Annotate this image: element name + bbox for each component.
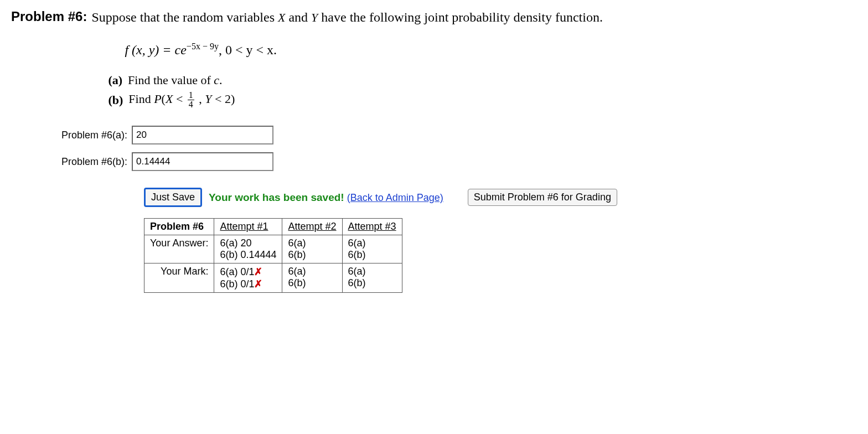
saved-message: Your work has been saved! [209,192,344,203]
answer-attempt-1: 6(a) 20 6(b) 0.14444 [214,235,282,264]
part-b: (b) Find P(X < 14 , Y < 2) [108,91,857,109]
cell-text: 6(b) [348,277,366,288]
part-b-text: , [196,92,205,106]
table-header-problem: Problem #6 [144,219,214,235]
part-b-text: < 2) [212,92,235,106]
back-to-admin-link[interactable]: (Back to Admin Page) [347,192,443,203]
fraction-denominator: 4 [188,100,194,109]
problem-label: Problem #6: [11,9,87,24]
intro-var-y: Y [311,11,318,24]
part-a-text: . [219,73,223,87]
intro-text: Suppose that the random variables [91,10,278,24]
attempt-2-link[interactable]: Attempt #2 [282,219,342,235]
intro-var-x: X [278,11,285,24]
part-b-P: P [154,92,161,106]
part-b-text: Find [128,92,154,106]
part-b-text: < [173,92,185,106]
part-b-Y: Y [205,92,211,106]
answer-attempt-2: 6(a) 6(b) [282,235,342,264]
answer-b-label: Problem #6(b): [50,156,127,168]
part-b-label: (b) [108,93,123,107]
equation-lhs: f (x, y) = ce [125,43,186,57]
part-a-label: (a) [108,73,122,87]
part-b-X: X [166,92,173,106]
your-mark-label: Your Mark: [144,264,214,293]
cell-text: 6(b) [348,249,366,260]
equation-rhs: , 0 < y < x. [219,43,277,57]
answer-attempt-3: 6(a) 6(b) [342,235,402,264]
mark-attempt-1: 6(a) 0/1✗ 6(b) 0/1✗ [214,264,282,293]
wrong-mark-icon: ✗ [254,266,262,277]
attempt-3-link[interactable]: Attempt #3 [342,219,402,235]
just-save-button[interactable]: Just Save [144,188,202,207]
equation: f (x, y) = ce−5x − 9y, 0 < y < x. [125,42,857,58]
cell-text: 6(a) 20 [220,237,251,249]
fraction-numerator: 1 [188,91,194,100]
submit-for-grading-button[interactable]: Submit Problem #6 for Grading [468,189,617,206]
part-a-text: Find the value of [128,73,214,87]
problem-intro: Suppose that the random variables X and … [91,9,857,26]
answer-a-label: Problem #6(a): [50,130,127,141]
cell-text: 6(a) [288,237,306,249]
your-answer-label: Your Answer: [144,235,214,264]
cell-text: 6(b) 0/1 [220,278,254,290]
attempt-1-link[interactable]: Attempt #1 [214,219,282,235]
cell-text: 6(a) [348,266,366,277]
part-a-var: c [214,73,219,87]
mark-attempt-2: 6(a) 6(b) [282,264,342,293]
cell-text: 6(b) [288,249,306,260]
answer-a-input[interactable] [132,126,273,144]
cell-text: 6(a) [348,237,366,249]
attempts-table: Problem #6 Attempt #1 Attempt #2 Attempt… [144,218,402,293]
cell-text: 6(b) 0.14444 [220,249,276,260]
cell-text: 6(b) [288,277,306,288]
cell-text: 6(a) 0/1 [220,266,254,277]
intro-text: and [285,10,311,24]
part-a: (a) Find the value of c. [108,73,857,87]
equation-exponent: −5x − 9y [187,42,219,51]
mark-attempt-3: 6(a) 6(b) [342,264,402,293]
fraction-one-fourth: 14 [188,91,194,109]
cell-text: 6(a) [288,266,306,277]
wrong-mark-icon: ✗ [254,278,262,290]
intro-text: have the following joint probability den… [318,10,603,24]
part-b-text: ( [162,92,166,106]
answer-b-input[interactable] [132,152,273,171]
